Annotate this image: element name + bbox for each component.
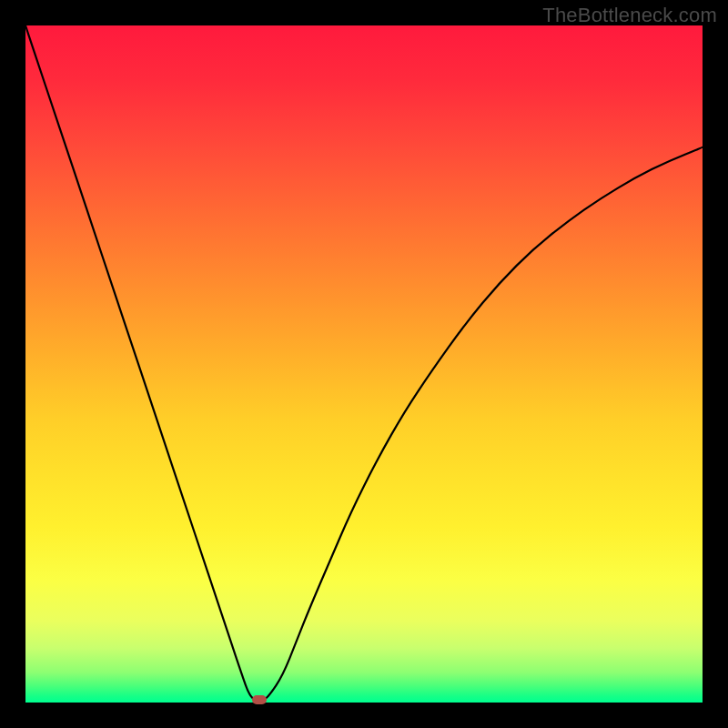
plot-area [25, 25, 703, 703]
chart-frame: TheBottleneck.com [0, 0, 728, 728]
watermark-text: TheBottleneck.com [542, 4, 717, 27]
optimal-point-marker [252, 695, 267, 704]
bottleneck-curve-svg [25, 25, 703, 703]
bottleneck-curve-path [25, 25, 703, 702]
